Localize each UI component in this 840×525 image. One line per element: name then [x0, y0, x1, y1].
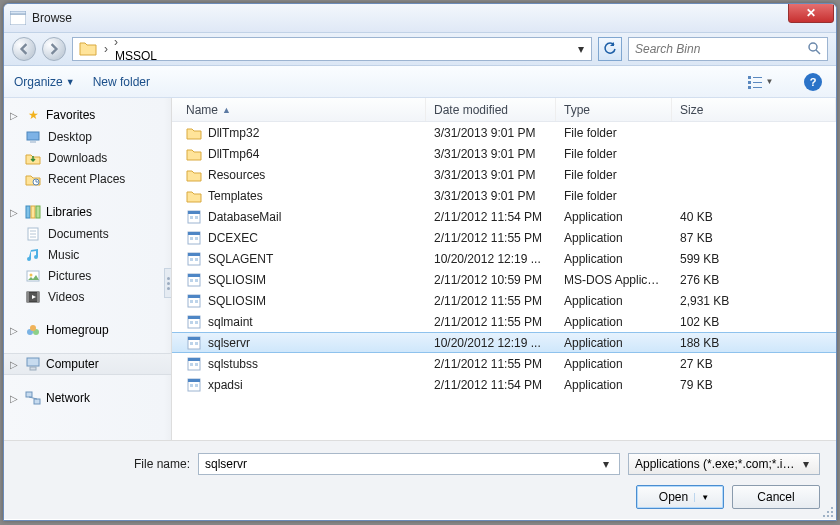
svg-rect-5	[753, 77, 762, 78]
file-row[interactable]: SQLAGENT10/20/2012 12:19 ...Application5…	[172, 248, 836, 269]
sidebar-item[interactable]: Desktop	[4, 126, 171, 147]
svg-rect-8	[748, 86, 751, 89]
filename-field[interactable]: ▾	[198, 453, 620, 475]
address-bar[interactable]: › Microsoft SQL Server›MSSQL11.SQLEXPRES…	[72, 37, 592, 61]
open-label: Open	[659, 490, 688, 504]
nav-forward-button[interactable]	[42, 37, 66, 61]
svg-point-21	[30, 273, 33, 276]
file-name: Resources	[208, 168, 265, 182]
file-type: File folder	[556, 147, 672, 161]
file-size: 599 KB	[672, 252, 836, 266]
sidebar-item-label: Downloads	[48, 151, 107, 165]
file-row[interactable]: sqlservr10/20/2012 12:19 ...Application1…	[172, 332, 836, 353]
chevron-right-icon[interactable]: ›	[101, 42, 111, 56]
application-icon	[186, 251, 202, 267]
file-row[interactable]: DatabaseMail2/11/2012 11:54 PMApplicatio…	[172, 206, 836, 227]
filename-dropdown[interactable]: ▾	[599, 457, 613, 471]
open-button[interactable]: Open ▼	[636, 485, 724, 509]
file-date: 3/31/2013 9:01 PM	[426, 147, 556, 161]
file-row[interactable]: DllTmp643/31/2013 9:01 PMFile folder	[172, 143, 836, 164]
splitter-handle[interactable]	[164, 268, 172, 298]
svg-rect-31	[34, 399, 40, 404]
libraries-header[interactable]: ▷ Libraries	[4, 201, 171, 223]
file-row[interactable]: sqlmaint2/11/2012 11:55 PMApplication102…	[172, 311, 836, 332]
svg-rect-15	[36, 206, 40, 218]
resize-handle[interactable]	[822, 506, 834, 518]
bottom-bar: File name: ▾ Applications (*.exe;*.com;*…	[4, 440, 836, 519]
sidebar-item[interactable]: Recent Places	[4, 168, 171, 189]
nav-back-button[interactable]	[12, 37, 36, 61]
file-size: 40 KB	[672, 210, 836, 224]
application-icon	[186, 377, 202, 393]
column-name[interactable]: Name▲	[178, 98, 426, 121]
disclosure-icon: ▷	[10, 359, 20, 370]
file-type-filter[interactable]: Applications (*.exe;*.com;*.icd) ▾	[628, 453, 820, 475]
file-row[interactable]: xpadsi2/11/2012 11:54 PMApplication79 KB	[172, 374, 836, 395]
file-name: DllTmp32	[208, 126, 259, 140]
file-row[interactable]: SQLIOSIM2/11/2012 10:59 PMMS-DOS Applica…	[172, 269, 836, 290]
computer-item[interactable]: ▷ Computer	[4, 353, 171, 375]
search-box[interactable]	[628, 37, 828, 61]
sort-asc-icon: ▲	[222, 105, 231, 115]
file-row[interactable]: SQLIOSIM2/11/2012 11:55 PMApplication2,9…	[172, 290, 836, 311]
file-type: Application	[556, 294, 672, 308]
svg-rect-10	[27, 132, 39, 140]
column-size[interactable]: Size	[672, 98, 836, 121]
sidebar-item-label: Pictures	[48, 269, 91, 283]
svg-rect-39	[190, 237, 193, 240]
column-date[interactable]: Date modified	[426, 98, 556, 121]
file-date: 2/11/2012 11:55 PM	[426, 315, 556, 329]
breadcrumb-segment[interactable]: MSSQL	[111, 49, 258, 61]
file-row[interactable]: Templates3/31/2013 9:01 PMFile folder	[172, 185, 836, 206]
file-row[interactable]: sqlstubss2/11/2012 11:55 PMApplication27…	[172, 353, 836, 374]
network-item[interactable]: ▷ Network	[4, 387, 171, 409]
file-row[interactable]: DllTmp323/31/2013 9:01 PMFile folder	[172, 122, 836, 143]
computer-group: ▷ Computer	[4, 353, 171, 375]
sidebar-item[interactable]: Documents	[4, 223, 171, 244]
chevron-right-icon[interactable]: ›	[111, 37, 121, 49]
open-split[interactable]: ▼	[694, 493, 709, 502]
organize-button[interactable]: Organize ▼	[14, 75, 75, 89]
sidebar-item[interactable]: Music	[4, 244, 171, 265]
file-date: 10/20/2012 12:19 ...	[426, 336, 556, 350]
svg-point-27	[30, 325, 36, 331]
svg-rect-35	[190, 216, 193, 219]
svg-rect-13	[26, 206, 30, 218]
help-button[interactable]: ?	[800, 71, 826, 93]
homegroup-item[interactable]: ▷ Homegroup	[4, 319, 171, 341]
sidebar-item[interactable]: Pictures	[4, 265, 171, 286]
app-icon	[10, 11, 26, 25]
new-folder-button[interactable]: New folder	[93, 75, 150, 89]
disclosure-icon: ▷	[10, 393, 20, 404]
titlebar[interactable]: Browse ✕	[4, 4, 836, 32]
column-type[interactable]: Type	[556, 98, 672, 121]
filter-label: Applications (*.exe;*.com;*.icd)	[635, 457, 799, 471]
item-icon	[24, 268, 42, 284]
svg-rect-24	[37, 292, 39, 302]
file-name: DCEXEC	[208, 231, 258, 245]
file-row[interactable]: Resources3/31/2013 9:01 PMFile folder	[172, 164, 836, 185]
svg-rect-14	[31, 206, 35, 218]
filename-input[interactable]	[205, 457, 599, 471]
column-headers: Name▲ Date modified Type Size	[172, 98, 836, 122]
homegroup-group: ▷ Homegroup	[4, 319, 171, 341]
svg-rect-46	[188, 274, 200, 277]
sidebar-item[interactable]: Downloads	[4, 147, 171, 168]
file-list: Name▲ Date modified Type Size DllTmp323/…	[172, 98, 836, 440]
address-dropdown[interactable]: ▾	[573, 42, 589, 56]
search-input[interactable]	[635, 42, 807, 56]
close-icon: ✕	[806, 6, 816, 20]
favorites-header[interactable]: ▷ ★ Favorites	[4, 104, 171, 126]
file-date: 10/20/2012 12:19 ...	[426, 252, 556, 266]
svg-rect-4	[748, 76, 751, 79]
view-mode-button[interactable]: ▼	[738, 71, 782, 93]
file-row[interactable]: DCEXEC2/11/2012 11:55 PMApplication87 KB	[172, 227, 836, 248]
folder-icon	[186, 167, 202, 183]
item-icon	[24, 289, 42, 305]
sidebar-item[interactable]: Videos	[4, 286, 171, 307]
refresh-button[interactable]	[598, 37, 622, 61]
close-button[interactable]: ✕	[788, 3, 834, 23]
cancel-button[interactable]: Cancel	[732, 485, 820, 509]
svg-rect-50	[188, 295, 200, 298]
item-icon	[24, 171, 42, 187]
